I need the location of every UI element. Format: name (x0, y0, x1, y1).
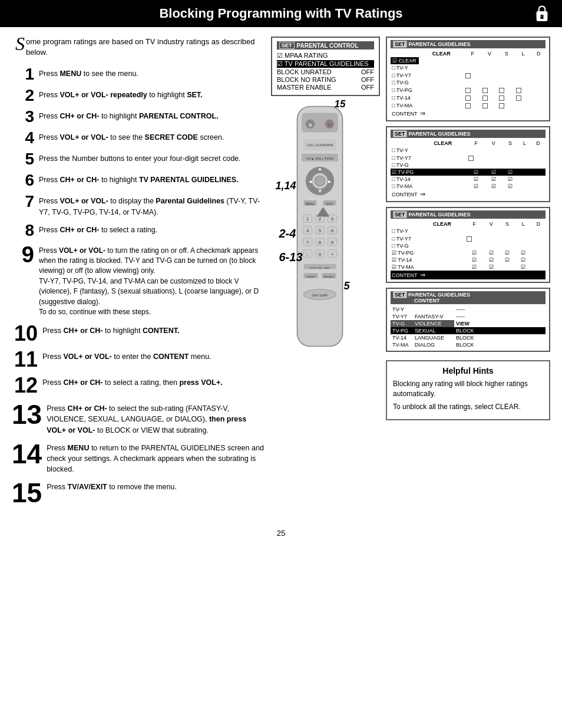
step-text-5: Press the Number buttons to enter your f… (39, 151, 241, 164)
gl1-row-tvma: □ TV-MA (391, 101, 546, 109)
pc-row-master-enable: MASTER ENABLEOFF (277, 84, 374, 91)
svg-text:8: 8 (318, 240, 320, 245)
content-row-tv14: TV-14 LANGUAGE BLOCK (391, 334, 546, 341)
guideline-header-1: SET PARENTAL GUIDELINES (391, 40, 546, 48)
gl1-row-tvg: □ TV-G (391, 79, 546, 86)
gl3-row-tvpg: ☑ TV-PG ☑ ☑ ☑ ☑ (391, 249, 546, 256)
remote-label-5: 5 (344, 280, 350, 292)
guideline-box-2: SET PARENTAL GUIDELINES CLEAR F V S L D (386, 126, 550, 202)
guideline-table-3: CLEAR F V S L D □ TV-Y □ TV-Y7 (391, 220, 546, 279)
svg-text:▼: ▼ (317, 188, 322, 194)
guideline-table-1: CLEAR F V S L D ☑ CLEAR □ TV-Y (391, 50, 546, 118)
content-box: SET PARENTAL GUIDELINES CONTENT TV-Y ---… (386, 288, 550, 352)
svg-text:1: 1 (306, 216, 308, 222)
step-15: 15 Press TV/AV/EXIT to remove the menu. (12, 479, 265, 506)
gl1-row-tvy: □ TV-Y (391, 64, 546, 71)
pc-title: PARENTAL CONTROL (297, 42, 359, 49)
step-3: 3 Press CH+ or CH- to highlight PARENTAL… (12, 108, 265, 125)
gl1-row-clear: ☑ CLEAR (391, 57, 546, 64)
gl1-row-tvpg: □ TV-PG (391, 86, 546, 94)
step-text-11: Press VOL+ or VOL- to enter the CONTENT … (42, 349, 211, 362)
step-num-3: 3 (12, 108, 34, 125)
step-num-2: 2 (12, 87, 34, 104)
hints-text: Blocking any rating will block higher ra… (393, 379, 543, 412)
svg-text:CALL  GUIDEMAN: CALL GUIDEMAN (306, 143, 333, 147)
content-row-tvg: TV-G VIOLENCE VIEW (391, 320, 546, 327)
step-num-15: 15 (12, 479, 42, 506)
step-num-5: 5 (12, 151, 34, 167)
step-text-1: Press MENU to see the menu. (39, 66, 138, 79)
step-text-13: Press CH+ or CH- to select the sub-ratin… (47, 401, 265, 435)
step-text-3: Press CH+ or CH- to highlight PARENTAL C… (39, 108, 219, 121)
guidelines-column: SET PARENTAL GUIDELINES CLEAR F V S L D (386, 37, 550, 420)
svg-text:7: 7 (306, 240, 308, 245)
intro-paragraph: S ome program ratings are based on TV in… (12, 37, 265, 58)
svg-text:CH▼  VOL-  LAST: CH▼ VOL- LAST (309, 266, 330, 269)
content-row-tvma: TV-MA DIALOG BLOCK (391, 341, 546, 348)
gl2-row-tvy: □ TV-Y (391, 147, 546, 154)
svg-text:CH▲  VOL+  TV/AV: CH▲ VOL+ TV/AV (306, 157, 333, 160)
remote-label-6-13: 6-13 (279, 251, 303, 264)
svg-text:◄: ◄ (308, 179, 313, 185)
svg-text:▲: ▲ (317, 166, 322, 172)
step-text-8: Press CH+ or CH- to select a rating. (39, 222, 157, 235)
step-num-10: 10 (12, 323, 38, 344)
drop-cap: S (15, 37, 25, 52)
lock-icon (534, 4, 550, 23)
step-num-12: 12 (12, 375, 38, 396)
svg-text:🔇: 🔇 (328, 123, 332, 127)
svg-text:+: + (330, 252, 333, 257)
guideline-header-3: SET PARENTAL GUIDELINES (391, 210, 546, 219)
page-title: Blocking Programming with TV Ratings (159, 6, 402, 21)
step-num-13: 13 (12, 401, 42, 428)
svg-text:2: 2 (318, 216, 320, 222)
step-num-14: 14 (12, 440, 42, 467)
step-text-12: Press CH+ or CH- to select a rating, the… (42, 375, 223, 388)
step-text-15: Press TV/AV/EXIT to remove the menu. (47, 479, 177, 492)
gl3-row-tv14: ☑ TV-14 ☑ ☑ ☑ ☑ (391, 256, 546, 263)
step-num-8: 8 (12, 222, 34, 239)
step-num-6: 6 (12, 172, 34, 189)
pc-row-tv-guidelines: ☑ TV PARENTAL GUIDELINES (277, 60, 374, 68)
hint-1: Blocking any rating will block higher ra… (393, 379, 543, 400)
remote-label-15: 15 (335, 98, 346, 110)
gl2-row-tvma: □ TV-MA ☑ ☑ ☑ (391, 183, 546, 190)
page-number: 25 (0, 523, 562, 543)
svg-text:-: - (306, 252, 308, 257)
left-column: S ome program ratings are based on TV in… (12, 37, 265, 511)
pc-row-block-unrated: BLOCK UNRATEDOFF (277, 68, 374, 75)
svg-text:4: 4 (306, 228, 309, 233)
content-row-tvy: TV-Y ----- (391, 306, 546, 313)
page-header: Blocking Programming with TV Ratings (0, 0, 562, 27)
step-num-11: 11 (12, 349, 38, 370)
right-column: SET PARENTAL CONTROL ☑ MPAA RATING ☑ TV … (271, 37, 550, 511)
step-num-9: 9 (12, 243, 34, 266)
step-text-2: Press VOL+ or VOL- repeatedly to highlig… (39, 87, 203, 100)
step-text-4: Press VOL+ or VOL- to see the SECRET COD… (39, 130, 224, 143)
step-13: 13 Press CH+ or CH- to select the sub-ra… (12, 401, 265, 435)
step-5: 5 Press the Number buttons to enter your… (12, 151, 265, 167)
hints-title: Helpful Hints (393, 366, 543, 375)
step-12: 12 Press CH+ or CH- to select a rating, … (12, 375, 265, 396)
step-text-7: Press VOL+ or VOL- to display the Parent… (39, 193, 265, 217)
gl1-row-tvy7: □ TV-Y7 (391, 71, 546, 79)
step-text-6: Press CH+ or CH- to highlight TV PARENTA… (39, 172, 239, 185)
svg-text:⏻: ⏻ (308, 123, 312, 127)
step-11: 11 Press VOL+ or VOL- to enter the CONTE… (12, 349, 265, 370)
svg-text:9: 9 (330, 240, 333, 245)
hint-2: To unblock all the ratings, select CLEAR… (393, 402, 543, 412)
step-8: 8 Press CH+ or CH- to select a rating. (12, 222, 265, 239)
gl3-row-content: CONTENT ⇒ (391, 271, 546, 279)
step-6: 6 Press CH+ or CH- to highlight TV PAREN… (12, 172, 265, 189)
step-text-10: Press CH+ or CH- to highlight CONTENT. (42, 323, 179, 336)
svg-text:5: 5 (318, 228, 320, 233)
svg-text:RECALL: RECALL (323, 275, 334, 278)
set-badge: SET (279, 42, 295, 49)
step-7: 7 Press VOL+ or VOL- to display the Pare… (12, 193, 265, 217)
guideline-header-2: SET PARENTAL GUIDELINES (391, 130, 546, 138)
svg-text:►: ► (327, 179, 332, 185)
gl3-row-tvy7: □ TV-Y7 (391, 235, 546, 242)
step-num-7: 7 (12, 193, 34, 210)
remote-with-labels: 15 1,14 2-4 6-13 5 (287, 103, 364, 351)
pc-row-block-no-rating: BLOCK NO RATINGOFF (277, 76, 374, 83)
